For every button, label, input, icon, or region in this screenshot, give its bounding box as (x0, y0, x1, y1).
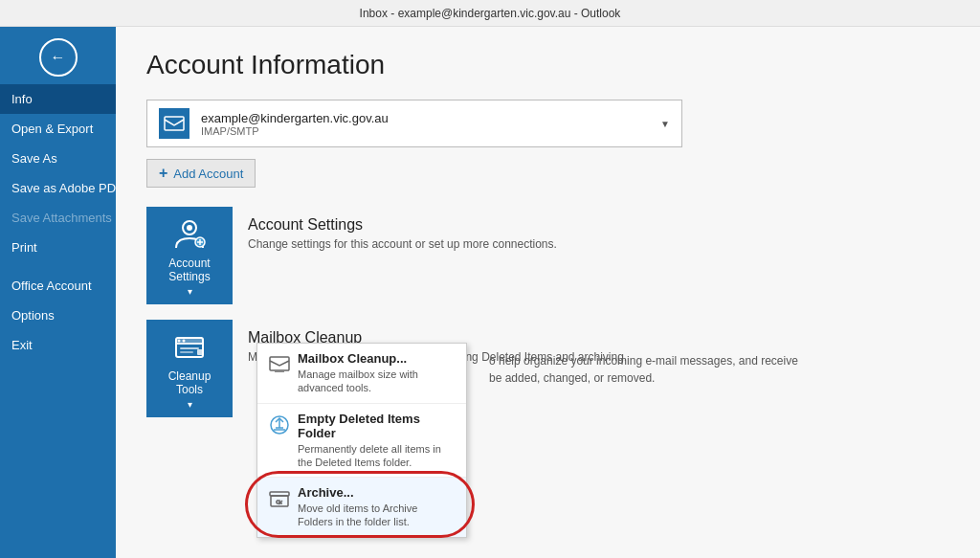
cleanup-tools-button[interactable]: Cleanup Tools ▾ (146, 320, 233, 417)
account-settings-desc: Change settings for this account or set … (248, 237, 557, 251)
sidebar-item-print[interactable]: Print (0, 233, 116, 262)
account-dropdown-arrow: ▼ (660, 119, 670, 129)
empty-deleted-icon (269, 413, 290, 436)
cleanup-tools-icon (171, 329, 208, 366)
sidebar-item-save-adobe[interactable]: Save as Adobe PDF (0, 173, 116, 203)
account-settings-card-label: Account Settings (154, 257, 225, 284)
connected-desc-line1: o help organize your incoming e-mail mes… (489, 354, 798, 368)
svg-rect-12 (180, 351, 193, 353)
svg-rect-13 (197, 349, 203, 355)
cleanup-tools-arrow: ▾ (188, 399, 192, 410)
cleanup-tools-card-label: Cleanup Tools (154, 369, 225, 397)
add-account-button[interactable]: + Add Account (146, 159, 256, 188)
mailbox-cleanup-title: Mailbox Cleanup... (298, 351, 455, 366)
add-account-label: Add Account (173, 167, 243, 181)
title-bar: Inbox - example@kindergarten.vic.gov.au … (0, 0, 980, 27)
empty-deleted-content: Empty Deleted Items Folder Permanently d… (298, 412, 455, 470)
archive-icon (269, 487, 290, 510)
svg-point-10 (183, 339, 186, 342)
account-settings-title: Account Settings (248, 216, 557, 234)
page-title: Account Information (146, 50, 949, 80)
svg-rect-0 (165, 117, 184, 130)
sidebar-item-save-attachments: Save Attachments (0, 203, 116, 233)
dropdown-item-mailbox-cleanup[interactable]: Mailbox Cleanup... Manage mailbox size w… (257, 344, 466, 404)
sidebar: ← Info Open & Export Save As Save as Ado… (0, 27, 116, 558)
account-selector-icon (159, 108, 189, 139)
account-email: example@kindergarten.vic.gov.au (201, 111, 653, 125)
title-bar-text: Inbox - example@kindergarten.vic.gov.au … (360, 7, 621, 20)
mailbox-cleanup-desc: Manage mailbox size with advanced tools. (298, 368, 455, 395)
empty-deleted-title: Empty Deleted Items Folder (298, 412, 455, 440)
svg-rect-14 (270, 357, 289, 370)
main-content: Account Information example@kindergarten… (116, 27, 980, 558)
account-selector[interactable]: example@kindergarten.vic.gov.au IMAP/SMT… (146, 100, 682, 147)
account-info: example@kindergarten.vic.gov.au IMAP/SMT… (201, 111, 653, 137)
sidebar-item-info[interactable]: Info (0, 84, 116, 114)
connected-services-section: o help organize your incoming e-mail mes… (489, 352, 961, 387)
account-settings-arrow: ▾ (188, 286, 192, 297)
plus-icon: + (159, 165, 167, 182)
account-settings-button[interactable]: Account Settings ▾ (146, 207, 233, 304)
dropdown-item-archive[interactable]: Archive... Move old items to Archive Fol… (257, 478, 466, 537)
account-type: IMAP/SMTP (201, 125, 653, 137)
account-settings-card: Account Settings ▾ Account Settings Chan… (146, 207, 949, 304)
account-settings-info: Account Settings Change settings for thi… (248, 207, 557, 251)
svg-point-9 (178, 339, 181, 342)
dropdown-item-empty-deleted[interactable]: Empty Deleted Items Folder Permanently d… (257, 404, 466, 479)
sidebar-item-exit[interactable]: Exit (0, 330, 116, 360)
back-button[interactable]: ← (39, 38, 78, 77)
mailbox-cleanup-icon (269, 353, 290, 376)
archive-content: Archive... Move old items to Archive Fol… (298, 485, 455, 529)
empty-deleted-desc: Permanently delete all items in the Dele… (298, 442, 455, 470)
archive-desc: Move old items to Archive Folders in the… (298, 502, 455, 529)
cleanup-dropdown-menu: Mailbox Cleanup... Manage mailbox size w… (256, 343, 467, 538)
svg-rect-15 (275, 369, 284, 372)
back-icon: ← (51, 49, 66, 66)
sidebar-item-open-export[interactable]: Open & Export (0, 114, 116, 144)
sidebar-item-options[interactable]: Options (0, 301, 116, 330)
svg-point-2 (187, 225, 192, 231)
account-settings-icon (171, 216, 208, 253)
svg-rect-11 (180, 347, 199, 349)
archive-title: Archive... (298, 485, 455, 500)
sidebar-item-save-as[interactable]: Save As (0, 144, 116, 173)
connected-desc-line2: be added, changed, or removed. (489, 371, 655, 385)
sidebar-item-office-account[interactable]: Office Account (0, 271, 116, 301)
mailbox-cleanup-content: Mailbox Cleanup... Manage mailbox size w… (298, 351, 455, 395)
